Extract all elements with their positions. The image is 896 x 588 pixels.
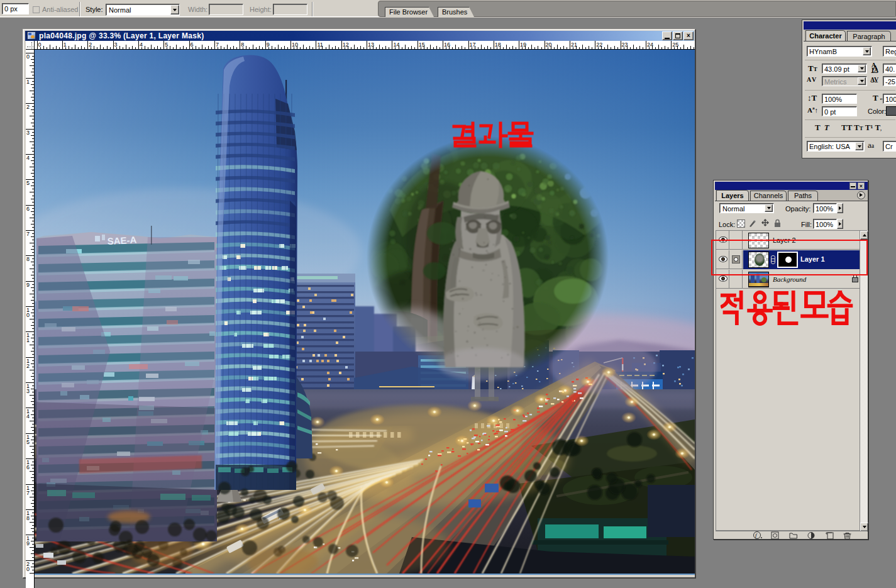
svg-text:SAE-A: SAE-A <box>107 235 137 247</box>
svg-text:f: f <box>755 532 758 538</box>
